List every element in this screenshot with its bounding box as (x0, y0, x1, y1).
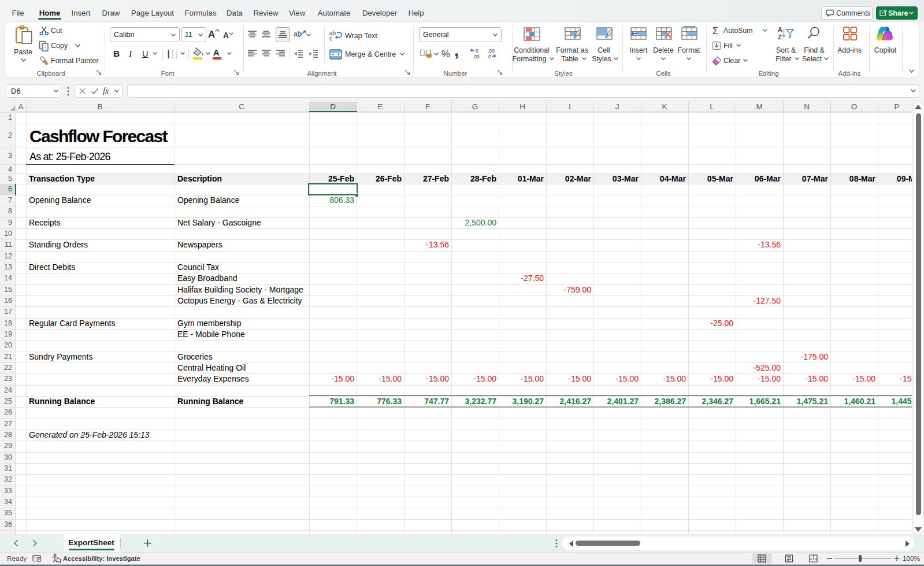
svg-text:A: A (778, 26, 782, 33)
svg-text:Z: Z (778, 34, 782, 40)
svg-text:c: c (329, 35, 332, 40)
